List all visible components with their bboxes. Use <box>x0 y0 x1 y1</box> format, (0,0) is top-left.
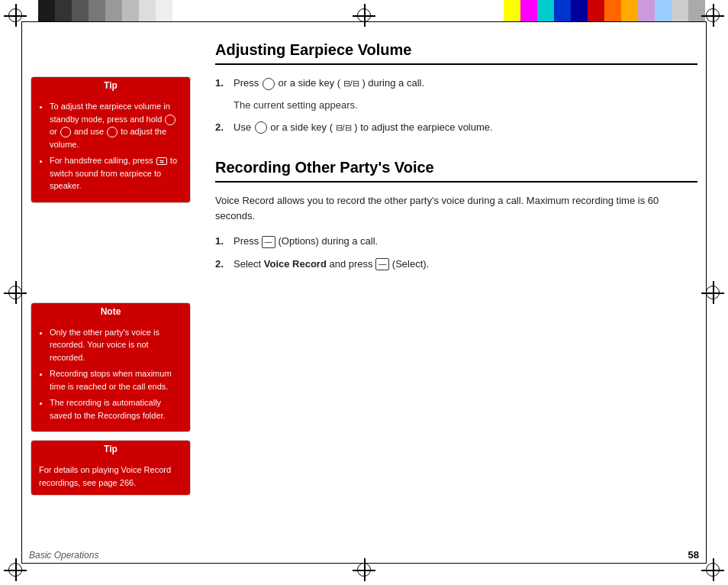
step1-1-sub: The current setting appears. <box>234 99 697 112</box>
reg-mark-bl <box>4 558 27 581</box>
section2-intro: Voice Record allows you to record the ot… <box>215 193 697 223</box>
right-column: Adjusting Earpiece Volume 1. Press or a … <box>191 31 697 547</box>
swatch-8 <box>156 0 172 21</box>
note-header: Note <box>31 303 190 320</box>
page-number: 58 <box>688 549 699 561</box>
step2-1: 1. Press — (Options) during a call. <box>215 234 697 249</box>
swatch-lb <box>655 0 672 21</box>
section-adjusting: Adjusting Earpiece Volume 1. Press or a … <box>215 41 697 134</box>
step2-2-text: Select Voice Record and press — (Select)… <box>234 257 429 272</box>
step2-1-num: 1. <box>215 234 227 249</box>
tip-item-2: For handsfree calling, press ⇋ to switch… <box>50 154 182 192</box>
step1-1-text: Press or a side key ( ⊟/⊟ ) during a cal… <box>234 76 424 91</box>
section1-steps: 1. Press or a side key ( ⊟/⊟ ) during a … <box>215 76 697 134</box>
tip-body-2: For details on playing Voice Record reco… <box>31 457 190 495</box>
swatch-c <box>537 0 554 21</box>
select-btn: — <box>375 258 389 270</box>
swatch-3 <box>72 0 89 21</box>
side-key-icon-2: ⊟/⊟ <box>336 123 352 132</box>
press-icon-1 <box>263 78 275 90</box>
note-item-3: The recording is automatically saved to … <box>50 396 182 422</box>
swatch-lp <box>638 0 655 21</box>
reg-mark-tr <box>701 4 724 27</box>
swatch-6 <box>122 0 139 21</box>
swatch-4 <box>89 0 105 21</box>
voice-record-label: Voice Record <box>264 258 327 270</box>
swatch-m <box>520 0 537 21</box>
footer: Basic Operations 58 <box>29 549 699 561</box>
swatch-o <box>604 0 621 21</box>
tip-box-1: Tip To adjust the earpiece volume in sta… <box>31 76 191 203</box>
section-recording: Recording Other Party's Voice Voice Reco… <box>215 159 697 271</box>
step2-2-num: 2. <box>215 257 227 272</box>
tip-body-1: To adjust the earpiece volume in standby… <box>31 94 190 202</box>
swatch-5 <box>105 0 122 21</box>
reg-mark-tl <box>4 4 27 27</box>
swatch-b2 <box>571 0 588 21</box>
swatch-1 <box>38 0 55 21</box>
main-layout: Tip To adjust the earpiece volume in sta… <box>31 31 697 547</box>
side-key-icon-1: ⊟/⊟ <box>343 79 359 88</box>
note-item-2: Recording stops when maximum time is rea… <box>50 367 182 393</box>
left-swatches <box>38 0 172 21</box>
press-icon-2 <box>255 121 267 134</box>
reg-mark-br <box>701 558 724 581</box>
swatch-b1 <box>554 0 571 21</box>
step1-1: 1. Press or a side key ( ⊟/⊟ ) during a … <box>215 76 697 91</box>
reg-mark-tc <box>353 4 375 27</box>
step2-1-text: Press — (Options) during a call. <box>234 234 378 249</box>
tip-body-2-text: For details on playing Voice Record reco… <box>39 465 171 487</box>
tip-box-2: Tip For details on playing Voice Record … <box>31 440 191 496</box>
tip-header-2: Tip <box>31 441 190 457</box>
icon-vol-down <box>60 127 71 137</box>
swatch-7 <box>139 0 156 21</box>
icon-nav <box>107 127 118 137</box>
step1-2-text: Use or a side key ( ⊟/⊟ ) to adjust the … <box>234 120 493 135</box>
step1-2: 2. Use or a side key ( ⊟/⊟ ) to adjust t… <box>215 120 697 135</box>
note-body: Only the other party's voice is recorded… <box>31 320 190 432</box>
options-btn: — <box>262 236 275 248</box>
tip-item-1: To adjust the earpiece volume in standby… <box>50 100 182 150</box>
reg-mark-bc <box>353 558 375 581</box>
tip-header-1: Tip <box>31 77 190 94</box>
section2-title: Recording Other Party's Voice <box>215 159 697 183</box>
section2-steps: 1. Press — (Options) during a call. 2. S… <box>215 234 697 271</box>
left-column: Tip To adjust the earpiece volume in sta… <box>31 31 191 547</box>
swatch-or <box>621 0 638 21</box>
note-box: Note Only the other party's voice is rec… <box>31 302 191 433</box>
reg-mark-lc <box>4 281 27 304</box>
swatch-y <box>504 0 520 21</box>
step1-2-num: 2. <box>215 120 227 135</box>
icon-vol-up <box>165 115 176 125</box>
note-item-1: Only the other party's voice is recorded… <box>50 326 182 364</box>
step2-2: 2. Select Voice Record and press — (Sele… <box>215 257 697 272</box>
step1-1-num: 1. <box>215 76 227 91</box>
icon-handsfree: ⇋ <box>156 157 167 165</box>
right-swatches <box>504 0 705 21</box>
swatch-lg <box>672 0 688 21</box>
footer-left: Basic Operations <box>29 550 98 561</box>
section1-title: Adjusting Earpiece Volume <box>215 41 697 65</box>
reg-mark-rc <box>701 281 724 304</box>
swatch-2 <box>55 0 72 21</box>
swatch-r <box>588 0 604 21</box>
